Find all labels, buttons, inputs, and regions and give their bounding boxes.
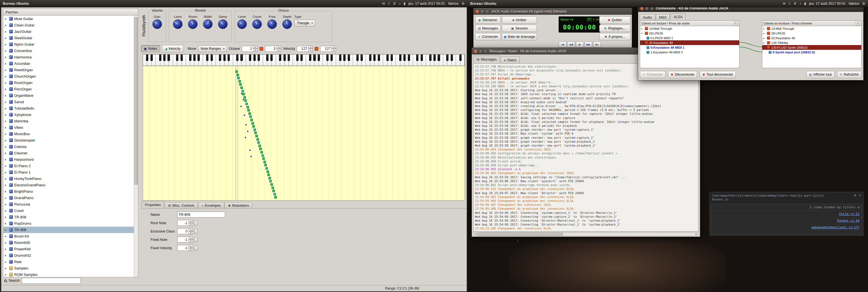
spin-up-icon[interactable]: ▲ <box>277 45 281 49</box>
note-range-block[interactable] <box>235 70 238 73</box>
expander-icon[interactable]: ▸ <box>5 43 8 46</box>
expander-icon[interactable]: ▾ <box>764 46 766 49</box>
minimize-icon[interactable]: − <box>479 50 483 53</box>
client-row[interactable]: ▸14:Midi Through <box>762 26 861 31</box>
black-key[interactable] <box>197 55 200 61</box>
expander-icon[interactable]: ▸ <box>5 235 8 238</box>
tab-properties[interactable]: Properties <box>142 201 164 208</box>
scroll-right-icon[interactable]: ▶ <box>694 233 698 235</box>
patch-row[interactable]: ▸Samples <box>3 265 134 271</box>
patch-row[interactable]: ▸OrganWave <box>3 92 134 99</box>
black-key[interactable] <box>438 55 440 61</box>
expander-icon[interactable]: ▸ <box>5 216 8 219</box>
black-key[interactable] <box>343 55 345 61</box>
expander-icon[interactable]: ▸ <box>764 37 766 39</box>
port-row[interactable]: 0:Keystation 49 MIDI 1 <box>640 45 739 50</box>
stepper-extra-button[interactable] <box>194 246 197 251</box>
expander-icon[interactable]: ▸ <box>5 17 8 20</box>
black-key[interactable] <box>408 55 410 61</box>
black-key[interactable] <box>258 55 260 61</box>
move-mode-select[interactable]: Note Ranges ▾ <box>198 45 227 52</box>
refresh-button[interactable]: ↻ Rafraîchir <box>837 71 862 78</box>
spin-up-icon[interactable]: ▲ <box>308 45 313 49</box>
black-key[interactable] <box>159 55 161 61</box>
note-range-block[interactable] <box>264 161 266 163</box>
patch-row[interactable]: ▸Percussia <box>3 201 134 207</box>
stepper-extra-button[interactable] <box>194 229 197 234</box>
note-range-block[interactable] <box>260 151 263 154</box>
session-user-right[interactable]: fabrice <box>849 2 859 6</box>
network-icon[interactable]: ⇵ <box>393 2 396 6</box>
expander-icon[interactable]: ▸ <box>5 164 8 167</box>
minimize-icon[interactable]: − <box>480 10 484 13</box>
black-key[interactable] <box>429 55 432 61</box>
patch-row[interactable]: ▸TR-909 <box>3 227 134 233</box>
black-key[interactable] <box>189 55 191 61</box>
session-button[interactable]: ▣ Session <box>502 25 537 32</box>
expander-icon[interactable]: ▾ <box>641 41 644 44</box>
note-range-block[interactable] <box>249 116 252 118</box>
patch-row[interactable]: ▸ReedOrgan <box>3 67 134 73</box>
note-range-block[interactable] <box>272 187 274 189</box>
patch-row[interactable]: ▸GrandPiano <box>3 195 134 201</box>
note-range-block[interactable] <box>237 74 239 76</box>
note-range-block[interactable] <box>242 93 245 95</box>
velocity-checkbox[interactable] <box>315 47 318 51</box>
spin-up-icon[interactable]: ▲ <box>332 45 336 49</box>
name-field[interactable] <box>177 212 225 218</box>
tab-midi[interactable]: MIDI <box>656 14 670 20</box>
black-key[interactable] <box>331 55 333 61</box>
log-area[interactable]: 23:53:57.748 Réinitialisation des statis… <box>473 63 699 232</box>
velocity-dot[interactable] <box>245 137 246 138</box>
battery-icon[interactable]: ▮ <box>804 2 806 6</box>
console-link[interactable]: Child.js:12 <box>839 212 859 216</box>
note-range-block[interactable] <box>261 154 264 157</box>
stepper-extra-button[interactable] <box>194 237 197 242</box>
port-row[interactable]: 0:Synth input port (30832:0) <box>762 50 861 55</box>
patch-row[interactable]: ▸Marimba <box>3 118 134 124</box>
black-key[interactable] <box>446 55 448 61</box>
spin-up-icon[interactable]: ▲ <box>189 245 193 248</box>
black-key[interactable] <box>279 55 281 61</box>
horizontal-scrollbar[interactable]: ◀ ▶ <box>473 232 699 236</box>
black-key[interactable] <box>399 55 401 61</box>
black-key[interactable] <box>309 55 311 61</box>
chorus-level-knob[interactable] <box>237 20 247 29</box>
note-range-block[interactable] <box>248 112 251 115</box>
patch-row[interactable]: ▸Vibes <box>3 124 134 131</box>
spin-up-icon[interactable]: ▲ <box>189 220 193 223</box>
note-range-block[interactable] <box>247 106 249 108</box>
client-row[interactable]: ▸28:LPK25 <box>762 31 861 36</box>
port-row[interactable]: 0:LPK25 MIDI 1 <box>640 36 739 40</box>
expander-icon[interactable]: ▸ <box>5 49 8 52</box>
black-key[interactable] <box>236 55 239 61</box>
note-range-block[interactable] <box>250 119 253 121</box>
expander-icon[interactable]: ▸ <box>5 260 8 263</box>
qjackctl-titlebar[interactable]: × − + JACK Audio Connection Kit [qjack-m… <box>473 8 632 15</box>
spin-down-icon[interactable]: ▼ <box>308 48 313 52</box>
patch-row[interactable]: ▸TR-808 <box>3 214 134 220</box>
expander-icon[interactable]: ▸ <box>5 94 8 97</box>
black-key[interactable] <box>369 55 371 61</box>
client-row[interactable]: ▸32:Keystation 49 <box>762 36 861 40</box>
tab-alsa[interactable]: ALSA <box>670 13 686 20</box>
patch-row[interactable]: ▸Glockenspiel <box>3 137 134 143</box>
chorus-type-select[interactable]: Triangle ▾ <box>294 20 315 26</box>
note-range-block[interactable] <box>253 128 256 131</box>
chorus-count-knob[interactable] <box>252 20 262 29</box>
patchbay-button[interactable]: ▦ Baie de brassage <box>502 33 537 40</box>
black-key[interactable] <box>151 55 153 61</box>
patch-row[interactable]: ▸PowerKit4 <box>3 246 134 252</box>
patch-row[interactable]: ▸Sarod <box>3 99 134 105</box>
black-key[interactable] <box>459 55 462 61</box>
gear-icon[interactable]: ⚙ <box>858 205 859 209</box>
console-prompt[interactable]: › <box>516 238 519 243</box>
client-row[interactable]: ▾130:FLUID Synth (30832) <box>762 45 861 50</box>
expander-icon[interactable]: ▸ <box>5 145 8 148</box>
mail-icon[interactable]: ✉ <box>783 2 785 6</box>
black-key[interactable] <box>181 55 183 61</box>
gear-icon[interactable]: ⚙ <box>855 193 856 197</box>
network-icon[interactable]: ⇵ <box>794 2 797 6</box>
expander-icon[interactable]: ▸ <box>5 75 8 78</box>
scrollbar-thumb[interactable] <box>477 233 563 235</box>
